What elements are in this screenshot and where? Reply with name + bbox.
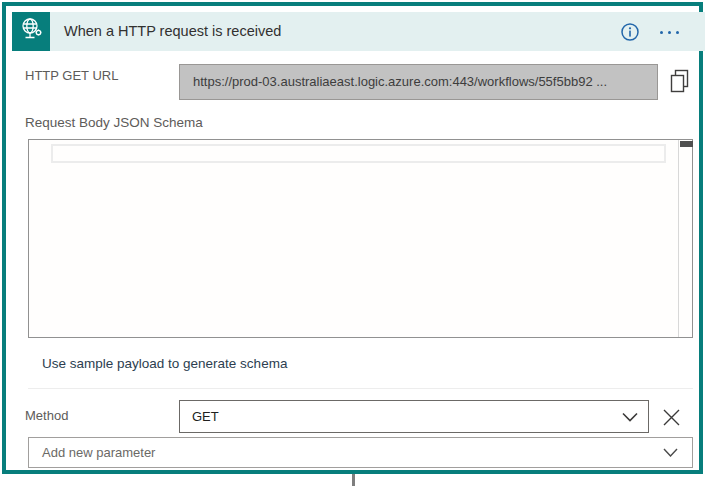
editor-scrollbar-thumb[interactable] [680, 141, 693, 147]
ellipsis-menu-icon[interactable] [652, 23, 686, 41]
http-get-url-value[interactable]: https://prod-03.australiaeast.logic.azur… [179, 64, 658, 100]
trigger-title: When a HTTP request is received [64, 12, 281, 51]
chevron-down-icon [663, 438, 678, 467]
trigger-card-http-request: When a HTTP request is received HTTP GET… [2, 2, 703, 474]
info-circle-icon[interactable] [620, 22, 640, 42]
http-request-globe-gear-icon [18, 16, 44, 47]
flow-connector-line [352, 474, 355, 486]
use-sample-payload-link[interactable]: Use sample payload to generate schema [42, 356, 287, 371]
copy-icon[interactable] [667, 67, 693, 95]
http-get-url-label: HTTP GET URL [25, 68, 118, 83]
http-trigger-icon-tile [12, 12, 50, 51]
method-label: Method [25, 408, 68, 423]
logic-app-designer-canvas: When a HTTP request is received HTTP GET… [0, 0, 709, 486]
schema-code-editor[interactable] [28, 139, 693, 338]
section-divider [28, 388, 693, 389]
add-new-parameter-combobox[interactable]: Add new parameter [28, 437, 693, 468]
method-value: GET [192, 409, 219, 424]
schema-label: Request Body JSON Schema [25, 115, 203, 130]
editor-scrollbar-track [678, 140, 679, 337]
trigger-card-header[interactable]: When a HTTP request is received [12, 12, 705, 51]
editor-current-line[interactable] [51, 144, 666, 163]
add-new-parameter-placeholder: Add new parameter [42, 438, 155, 467]
method-dropdown[interactable]: GET [179, 400, 649, 433]
close-x-icon[interactable] [658, 404, 684, 430]
chevron-down-icon [622, 401, 638, 432]
